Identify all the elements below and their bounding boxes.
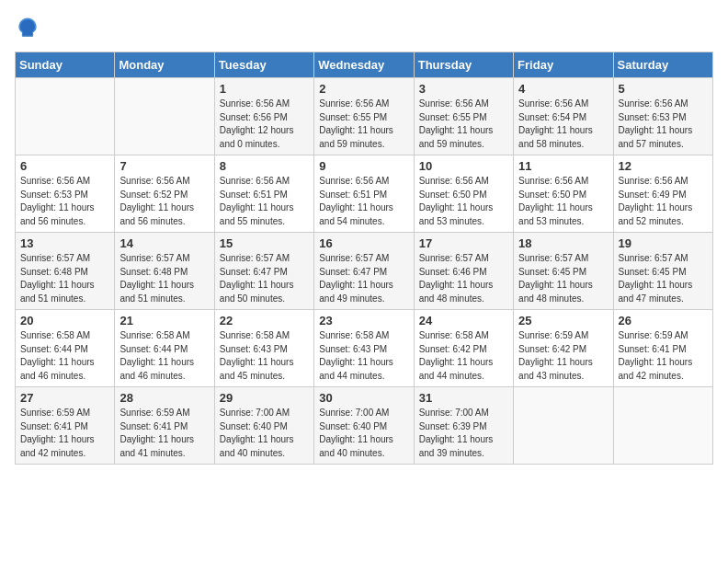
calendar-cell: 14Sunrise: 6:57 AM Sunset: 6:48 PM Dayli… [115,233,214,310]
day-info: Sunrise: 6:57 AM Sunset: 6:45 PM Dayligh… [619,252,708,305]
calendar-cell: 20Sunrise: 6:58 AM Sunset: 6:44 PM Dayli… [16,310,115,387]
day-number: 8 [220,159,309,173]
day-number: 17 [419,236,508,250]
day-number: 11 [518,159,608,173]
day-number: 16 [319,236,408,250]
calendar-cell: 1Sunrise: 6:56 AM Sunset: 6:56 PM Daylig… [214,78,313,155]
day-info: Sunrise: 6:56 AM Sunset: 6:50 PM Dayligh… [419,175,508,228]
week-row-1: 1Sunrise: 6:56 AM Sunset: 6:56 PM Daylig… [16,78,713,155]
day-number: 22 [220,314,309,327]
day-number: 27 [20,391,109,405]
day-number: 30 [319,391,408,405]
day-info: Sunrise: 7:00 AM Sunset: 6:39 PM Dayligh… [419,407,508,460]
day-info: Sunrise: 6:58 AM Sunset: 6:42 PM Dayligh… [419,329,508,383]
calendar-cell: 12Sunrise: 6:56 AM Sunset: 6:49 PM Dayli… [613,155,712,233]
day-number: 18 [518,236,608,250]
day-info: Sunrise: 6:56 AM Sunset: 6:56 PM Dayligh… [220,98,309,151]
day-number: 4 [518,82,608,96]
day-number: 21 [119,314,209,327]
calendar-cell: 15Sunrise: 6:57 AM Sunset: 6:47 PM Dayli… [214,233,313,310]
weekday-header-row: SundayMondayTuesdayWednesdayThursdayFrid… [16,52,713,78]
calendar-cell: 18Sunrise: 6:57 AM Sunset: 6:45 PM Dayli… [514,233,613,310]
calendar-cell: 3Sunrise: 6:56 AM Sunset: 6:55 PM Daylig… [414,78,513,155]
day-info: Sunrise: 6:57 AM Sunset: 6:45 PM Dayligh… [518,252,608,305]
weekday-header-friday: Friday [514,52,613,78]
day-info: Sunrise: 6:59 AM Sunset: 6:42 PM Dayligh… [518,329,608,383]
week-row-2: 6Sunrise: 6:56 AM Sunset: 6:53 PM Daylig… [16,155,713,233]
calendar-cell [115,78,214,155]
calendar-cell: 4Sunrise: 6:56 AM Sunset: 6:54 PM Daylig… [514,78,613,155]
day-info: Sunrise: 6:56 AM Sunset: 6:55 PM Dayligh… [319,98,408,151]
day-number: 14 [119,236,209,250]
day-number: 5 [619,82,708,96]
calendar-cell: 9Sunrise: 6:56 AM Sunset: 6:51 PM Daylig… [314,155,414,233]
calendar-cell: 19Sunrise: 6:57 AM Sunset: 6:45 PM Dayli… [613,233,712,310]
calendar-cell: 29Sunrise: 7:00 AM Sunset: 6:40 PM Dayli… [214,387,313,465]
calendar-cell [514,387,613,465]
week-row-5: 27Sunrise: 6:59 AM Sunset: 6:41 PM Dayli… [16,387,713,465]
weekday-header-wednesday: Wednesday [314,52,414,78]
page-header [15,15,713,40]
calendar-table: SundayMondayTuesdayWednesdayThursdayFrid… [15,52,713,465]
calendar-cell: 8Sunrise: 6:56 AM Sunset: 6:51 PM Daylig… [214,155,313,233]
week-row-4: 20Sunrise: 6:58 AM Sunset: 6:44 PM Dayli… [16,310,713,387]
day-number: 1 [220,82,309,96]
calendar-cell: 30Sunrise: 7:00 AM Sunset: 6:40 PM Dayli… [314,387,414,465]
calendar-cell: 11Sunrise: 6:56 AM Sunset: 6:50 PM Dayli… [514,155,613,233]
day-info: Sunrise: 6:57 AM Sunset: 6:48 PM Dayligh… [119,252,209,305]
day-number: 19 [619,236,708,250]
calendar-cell: 13Sunrise: 6:57 AM Sunset: 6:48 PM Dayli… [16,233,115,310]
calendar-cell: 17Sunrise: 6:57 AM Sunset: 6:46 PM Dayli… [414,233,513,310]
day-info: Sunrise: 7:00 AM Sunset: 6:40 PM Dayligh… [220,407,309,460]
weekday-header-tuesday: Tuesday [214,52,313,78]
day-number: 20 [20,314,109,327]
logo-icon [15,15,40,40]
calendar-cell: 25Sunrise: 6:59 AM Sunset: 6:42 PM Dayli… [514,310,613,387]
day-number: 12 [619,159,708,173]
calendar-cell: 2Sunrise: 6:56 AM Sunset: 6:55 PM Daylig… [314,78,414,155]
day-info: Sunrise: 6:56 AM Sunset: 6:54 PM Dayligh… [518,98,608,151]
day-info: Sunrise: 6:58 AM Sunset: 6:44 PM Dayligh… [20,329,109,383]
day-number: 10 [419,159,508,173]
day-info: Sunrise: 6:56 AM Sunset: 6:49 PM Dayligh… [619,175,708,228]
day-info: Sunrise: 6:58 AM Sunset: 6:43 PM Dayligh… [319,329,408,383]
day-number: 29 [220,391,309,405]
day-info: Sunrise: 6:56 AM Sunset: 6:53 PM Dayligh… [619,98,708,151]
day-info: Sunrise: 6:59 AM Sunset: 6:41 PM Dayligh… [619,329,708,383]
day-number: 6 [20,159,109,173]
day-number: 28 [119,391,209,405]
day-info: Sunrise: 6:56 AM Sunset: 6:51 PM Dayligh… [319,175,408,228]
day-number: 15 [220,236,309,250]
day-number: 25 [518,314,608,327]
day-number: 3 [419,82,508,96]
day-info: Sunrise: 6:58 AM Sunset: 6:43 PM Dayligh… [220,329,309,383]
day-number: 23 [319,314,408,327]
day-number: 24 [419,314,508,327]
calendar-cell: 27Sunrise: 6:59 AM Sunset: 6:41 PM Dayli… [16,387,115,465]
calendar-cell: 26Sunrise: 6:59 AM Sunset: 6:41 PM Dayli… [613,310,712,387]
day-info: Sunrise: 6:57 AM Sunset: 6:47 PM Dayligh… [319,252,408,305]
calendar-cell: 10Sunrise: 6:56 AM Sunset: 6:50 PM Dayli… [414,155,513,233]
day-info: Sunrise: 6:59 AM Sunset: 6:41 PM Dayligh… [20,407,109,460]
calendar-cell: 22Sunrise: 6:58 AM Sunset: 6:43 PM Dayli… [214,310,313,387]
calendar-cell [613,387,712,465]
day-number: 7 [119,159,209,173]
day-info: Sunrise: 6:56 AM Sunset: 6:50 PM Dayligh… [518,175,608,228]
calendar-cell: 7Sunrise: 6:56 AM Sunset: 6:52 PM Daylig… [115,155,214,233]
day-info: Sunrise: 6:58 AM Sunset: 6:44 PM Dayligh… [119,329,209,383]
calendar-cell: 5Sunrise: 6:56 AM Sunset: 6:53 PM Daylig… [613,78,712,155]
calendar-cell: 24Sunrise: 6:58 AM Sunset: 6:42 PM Dayli… [414,310,513,387]
weekday-header-sunday: Sunday [16,52,115,78]
day-info: Sunrise: 6:56 AM Sunset: 6:51 PM Dayligh… [220,175,309,228]
calendar-cell: 21Sunrise: 6:58 AM Sunset: 6:44 PM Dayli… [115,310,214,387]
weekday-header-thursday: Thursday [414,52,513,78]
calendar-cell: 16Sunrise: 6:57 AM Sunset: 6:47 PM Dayli… [314,233,414,310]
logo [15,15,44,40]
calendar-cell: 28Sunrise: 6:59 AM Sunset: 6:41 PM Dayli… [115,387,214,465]
day-info: Sunrise: 6:57 AM Sunset: 6:47 PM Dayligh… [220,252,309,305]
day-info: Sunrise: 6:56 AM Sunset: 6:53 PM Dayligh… [20,175,109,228]
weekday-header-monday: Monday [115,52,214,78]
calendar-cell [16,78,115,155]
day-info: Sunrise: 6:57 AM Sunset: 6:48 PM Dayligh… [20,252,109,305]
calendar-cell: 23Sunrise: 6:58 AM Sunset: 6:43 PM Dayli… [314,310,414,387]
